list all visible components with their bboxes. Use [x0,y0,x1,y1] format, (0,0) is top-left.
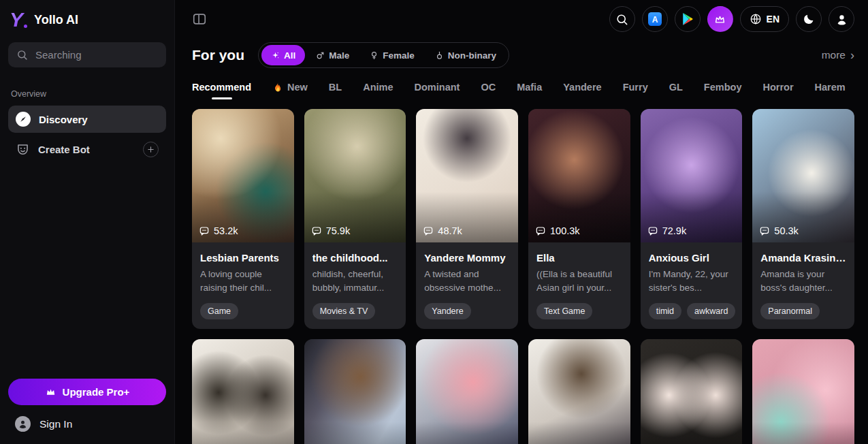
character-card[interactable]: 53.2k Lesbian Parents A loving couple ra… [192,109,294,329]
character-card[interactable] [416,339,518,444]
sidebar-item-discovery[interactable]: Discovery [8,106,166,133]
tab-oc[interactable]: OC [481,82,496,99]
google-play-icon [681,12,694,26]
filter-non-binary[interactable]: Non-binary [425,45,506,65]
tab-horror[interactable]: Horror [762,82,793,99]
character-grid: 53.2k Lesbian Parents A loving couple ra… [192,109,854,444]
upgrade-pro-label: Upgrade Pro+ [63,386,130,398]
app-logo-icon[interactable]: Y [10,10,27,30]
sign-in-label: Sign In [39,418,72,430]
chat-count-badge: 100.3k [535,225,580,236]
character-name: Amanda Krasinski [760,252,846,264]
male-icon [316,51,325,60]
add-bot-button[interactable] [143,142,159,157]
language-label: EN [767,14,779,25]
character-card[interactable] [304,339,406,444]
card-body: Anxious Girl I'm Mandy, 22, your sister'… [641,242,743,329]
tag-chip[interactable]: Yandere [424,303,470,319]
tab-gl[interactable]: GL [669,82,683,99]
sidebar-search[interactable] [8,42,166,67]
main-content: A EN For you [175,0,868,444]
card-body: Ella ((Ella is a beautiful Asian girl in… [528,242,630,329]
character-card[interactable] [752,339,854,444]
character-description: A loving couple raising their chil... [200,268,286,296]
filter-all[interactable]: All [261,45,305,65]
character-name: Yandere Mommy [424,252,510,264]
character-card[interactable] [641,339,743,444]
chat-count-badge: 48.7k [423,225,462,236]
gender-filter-group: All Male Female Non-binary [258,42,509,68]
tab-furry[interactable]: Furry [623,82,648,99]
chat-bubble-icon [311,225,322,236]
tag-chip[interactable]: Text Game [536,303,592,319]
tag-chip[interactable]: Game [200,303,238,319]
character-description: Amanda is your boss's daughter... [760,268,846,296]
page-title: For you [192,47,244,63]
filter-label: Non-binary [448,50,496,61]
sidebar-toggle-button[interactable] [192,12,207,27]
compass-icon [16,112,31,127]
crown-icon [45,386,57,398]
tab-anime[interactable]: Anime [363,82,393,99]
character-image [304,339,406,444]
category-tabs: Recommend New BL Anime Dominant OC Mafia… [192,82,854,99]
sparkle-icon [271,51,280,60]
character-description: I'm Mandy, 22, your sister's bes... [649,268,735,296]
tag-chip[interactable]: timid [649,303,681,319]
dark-mode-button[interactable] [796,6,822,32]
brand: Y Yollo AI [0,0,174,35]
character-image: 50.3k [752,109,854,242]
section-label-overview: Overview [11,89,163,99]
tab-yandere[interactable]: Yandere [563,82,601,99]
search-button[interactable] [609,6,635,32]
filter-male[interactable]: Male [306,45,359,65]
sign-in-button[interactable]: Sign In [8,405,166,437]
sidebar-bottom: Upgrade Pro+ Sign In [0,370,174,444]
character-image: 75.9k [304,109,406,242]
character-image [416,339,518,444]
tab-bl[interactable]: BL [329,82,342,99]
tab-dominant[interactable]: Dominant [415,82,460,99]
profile-button[interactable] [829,6,854,32]
search-icon [615,13,628,26]
google-play-button[interactable] [675,6,701,32]
premium-button[interactable] [707,6,733,32]
character-name: Anxious Girl [649,252,735,264]
sidebar-item-create-bot[interactable]: Create Bot [8,136,166,163]
tab-recommend[interactable]: Recommend [192,82,251,99]
tag-chip[interactable]: Movies & TV [312,303,376,319]
filter-female[interactable]: Female [360,45,424,65]
filter-label: Female [383,50,415,61]
app-store-icon: A [647,11,663,27]
tab-mafia[interactable]: Mafia [517,82,542,99]
bot-mask-icon [16,142,30,157]
tab-new[interactable]: New [272,82,308,99]
chat-count-badge: 72.9k [647,225,686,236]
character-card[interactable]: 100.3k Ella ((Ella is a beautiful Asian … [528,109,630,329]
chat-bubble-icon [535,225,546,236]
globe-icon [750,13,762,25]
more-link[interactable]: more › [822,49,854,61]
tag-chip[interactable]: Paranormal [760,303,820,319]
tab-femboy[interactable]: Femboy [704,82,742,99]
language-button[interactable]: EN [740,6,789,32]
upgrade-pro-button[interactable]: Upgrade Pro+ [8,379,166,405]
chat-bubble-icon [423,225,434,236]
character-card[interactable]: 50.3k Amanda Krasinski Amanda is your bo… [752,109,854,329]
character-card[interactable]: 48.7k Yandere Mommy A twisted and obsess… [416,109,518,329]
character-card[interactable] [528,339,630,444]
sidebar-item-label: Create Bot [38,144,90,155]
character-name: Lesbian Parents [200,252,286,264]
character-card[interactable]: 72.9k Anxious Girl I'm Mandy, 22, your s… [641,109,743,329]
sidebar-item-label: Discovery [39,114,88,125]
character-image: 100.3k [528,109,630,242]
tab-harem[interactable]: Harem [815,82,846,99]
character-image [192,339,294,444]
app-title: Yollo AI [34,13,78,27]
search-input[interactable] [34,48,172,61]
character-card[interactable] [192,339,294,444]
character-image [641,339,743,444]
tag-chip[interactable]: awkward [687,303,735,319]
character-card[interactable]: 75.9k the childhood... childish, cheerfu… [304,109,406,329]
app-store-button[interactable]: A [642,6,668,32]
